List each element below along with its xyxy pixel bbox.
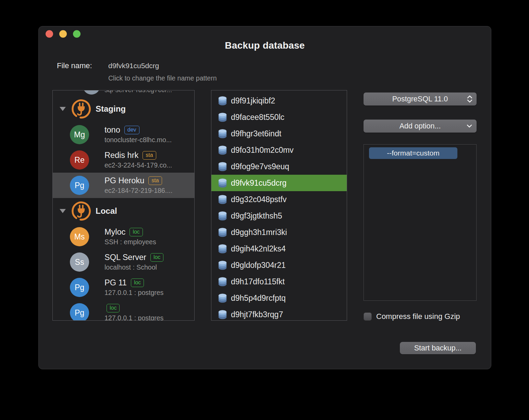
file-name-value[interactable]: d9fvk91cu5dcrg (108, 62, 159, 70)
database-name: d9fo31h0m2c0mv (231, 146, 294, 155)
connection-name: PG Heroku (104, 176, 144, 185)
database-row[interactable]: d9h17dfo115fkt (211, 273, 347, 290)
connection-avatar-icon: Mg (70, 125, 89, 144)
connection-text: PG 11 loc 127.0.0.1 : postgres (104, 277, 192, 297)
database-row[interactable]: d9fo31h0m2c0mv (211, 142, 347, 158)
database-row[interactable]: d9fhgr3et6indt (211, 125, 347, 142)
database-name: d9fog9e7vs9euq (231, 162, 289, 171)
connection-group-header[interactable]: Local (53, 198, 194, 224)
database-icon (217, 276, 228, 287)
connection-subtitle: ec2-3-224-54-179.co... (104, 161, 192, 169)
database-row[interactable]: d9fog9e7vs9euq (211, 158, 347, 175)
connection-row[interactable]: Pg loc 127.0.0.1 : postgres (53, 300, 194, 321)
database-name: d9gih4k2nl2ks4 (231, 244, 286, 254)
connection-row[interactable]: Pg PG 11 loc 127.0.0.1 : postgres (53, 275, 194, 300)
database-icon (217, 96, 228, 106)
database-row[interactable]: d9hjt7fkb3rqg7 (211, 306, 347, 321)
connection-row-clipped[interactable]: sql-server-rds.cg7ccr... (53, 90, 194, 96)
database-row[interactable]: d9f91jkiqibf2 (211, 92, 347, 109)
screen: Backup database File name: d9fvk91cu5dcr… (0, 0, 529, 420)
stepper-icon (466, 95, 473, 103)
database-name: d9h17dfo115fkt (231, 277, 285, 286)
connection-name: Myloc (104, 227, 125, 237)
traffic-light-minimize-icon[interactable] (59, 30, 67, 38)
database-name: d9h5p4d9rcfptq (231, 294, 286, 303)
connection-name: Redis hrk (104, 151, 138, 160)
add-option-label: Add option... (399, 122, 441, 131)
database-row[interactable]: d9gf3jgtkthsh5 (211, 208, 347, 224)
connection-avatar-icon: Pg (70, 278, 89, 297)
connection-subtitle: 127.0.0.1 : postgres (104, 289, 192, 297)
traffic-light-close-icon[interactable] (46, 30, 53, 38)
database-row[interactable]: d9g32c048pstfv (211, 191, 347, 208)
connection-subtitle: SSH : employees (104, 238, 192, 246)
database-icon (217, 194, 228, 205)
traffic-light-zoom-icon[interactable] (73, 30, 81, 38)
database-row[interactable]: d9facee8t550lc (211, 109, 347, 125)
database-icon (217, 227, 228, 238)
connection-badge: sta (143, 151, 156, 160)
options-box[interactable]: --format=custom (364, 144, 477, 301)
connection-subtitle: 127.0.0.1 : postgres (104, 314, 192, 321)
add-option-select[interactable]: Add option... (364, 120, 477, 133)
connection-text: Redis hrk sta ec2-3-224-54-179.co... (104, 150, 192, 169)
databases-list[interactable]: d9f91jkiqibf2 d9facee8t550lc (211, 90, 347, 321)
compress-checkbox[interactable] (364, 312, 372, 321)
connection-row[interactable]: Pg PG Heroku sta ec2-184-72-219-186.... (53, 173, 194, 198)
database-icon (217, 211, 228, 221)
database-icon (217, 244, 228, 254)
chevron-down-icon (466, 122, 473, 130)
connection-badge: loc (150, 253, 163, 262)
connection-avatar-icon: Ss (70, 252, 89, 272)
connection-subtitle: sql-server-rds.cg7ccr... (104, 90, 172, 94)
group-label: Staging (96, 104, 126, 114)
database-row[interactable]: d9ggh3h1mri3ki (211, 224, 347, 240)
connection-name: tono (104, 125, 120, 135)
group-label: Local (96, 206, 117, 216)
connection-row[interactable]: Ms Myloc loc SSH : employees (53, 224, 194, 249)
connection-text: PG Heroku sta ec2-184-72-219-186.... (104, 175, 192, 195)
database-row[interactable]: d9gih4k2nl2ks4 (211, 240, 347, 257)
compress-row: Compress file using Gzip (364, 312, 460, 321)
connection-row[interactable]: Ss SQL Server loc localhost : School (53, 249, 194, 275)
database-row[interactable]: d9gldofp304r21 (211, 257, 347, 273)
database-name: d9gf3jgtkthsh5 (231, 211, 282, 221)
connection-text: SQL Server loc localhost : School (104, 252, 192, 271)
connection-row[interactable]: Mg tono dev tonocluster-c8lhc.mo... (53, 122, 194, 147)
connection-avatar-icon: Ms (70, 227, 89, 246)
file-name-pattern-hint[interactable]: Click to change the file name pattern (108, 74, 217, 82)
database-icon (217, 145, 228, 156)
dialog-title: Backup database (39, 40, 491, 51)
disclosure-triangle-icon[interactable] (60, 107, 66, 111)
pg-version-value: PostgreSQL 11.0 (392, 95, 448, 103)
database-name: d9hjt7fkb3rqg7 (231, 310, 283, 319)
backup-dialog-window: Backup database File name: d9fvk91cu5dcr… (38, 26, 491, 369)
backup-option-tag[interactable]: --format=custom (369, 147, 457, 159)
connection-name: PG 11 (104, 278, 127, 287)
pg-version-select[interactable]: PostgreSQL 11.0 (364, 92, 477, 106)
database-name: d9g32c048pstfv (231, 195, 286, 204)
database-icon (217, 112, 228, 123)
connection-subtitle: tonocluster-c8lhc.mo... (104, 136, 192, 144)
connections-list[interactable]: sql-server-rds.cg7ccr... Staging Mg tono… (52, 90, 195, 321)
connection-avatar-icon: Pg (70, 303, 89, 321)
connection-group-header[interactable]: Staging (53, 96, 194, 122)
connection-subtitle: localhost : School (104, 263, 192, 271)
start-backup-button[interactable]: Start backup... (400, 342, 476, 354)
database-name: d9facee8t550lc (231, 113, 284, 122)
start-backup-label: Start backup... (414, 344, 462, 353)
database-icon (217, 128, 228, 139)
database-row[interactable]: d9fvk91cu5dcrg (211, 175, 347, 191)
database-row[interactable]: d9h5p4d9rcfptq (211, 290, 347, 306)
connection-name: SQL Server (104, 253, 146, 262)
database-icon (217, 309, 228, 320)
plug-icon (71, 200, 92, 222)
disclosure-triangle-icon[interactable] (60, 209, 66, 213)
connection-avatar-icon: Pg (70, 176, 89, 195)
connection-badge: loc (131, 279, 144, 287)
file-name-label: File name: (57, 61, 92, 70)
compress-label: Compress file using Gzip (376, 312, 460, 321)
connection-avatar-icon: Re (70, 150, 89, 170)
connection-badge: loc (107, 304, 120, 312)
connection-row[interactable]: Re Redis hrk sta ec2-3-224-54-179.co... (53, 147, 194, 173)
